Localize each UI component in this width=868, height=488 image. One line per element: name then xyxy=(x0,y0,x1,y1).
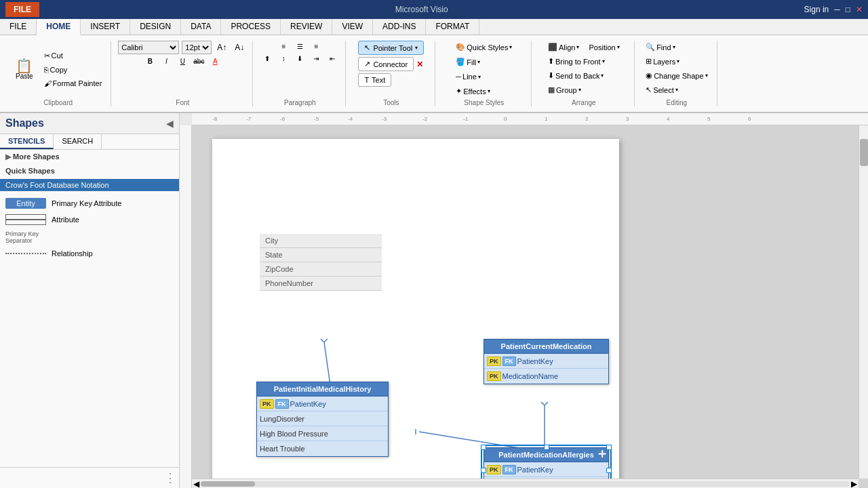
pk-badge: PK xyxy=(487,371,501,381)
align-left-button[interactable]: ≡ xyxy=(276,41,291,52)
selection-handle-mr[interactable] xyxy=(606,468,612,473)
ribbon-group-editing: 🔍 Find ▾ ⊞ Layers ▾ ◉ Change Shape ▾ ↖ S… xyxy=(636,41,717,106)
text-tool-button[interactable]: T Text xyxy=(358,73,391,87)
indent-button[interactable]: ⇥ xyxy=(309,53,323,64)
format-painter-icon: 🖌 xyxy=(44,79,52,87)
canvas-area[interactable]: -8 -7 -6 -5 -4 -3 -2 -1 0 1 2 3 4 5 6 xyxy=(180,113,868,488)
scroll-right-button[interactable]: ▶ xyxy=(851,479,857,489)
tab-home[interactable]: HOME xyxy=(37,19,81,35)
font-family-select[interactable]: Calibri xyxy=(118,41,179,54)
sidebar: Shapes ◀ STENCILS SEARCH ▶ More Shapes Q… xyxy=(0,113,180,488)
send-to-back-button[interactable]: ⬇ Send to Back ▾ xyxy=(545,69,607,82)
connector-button[interactable]: ↗ Connector xyxy=(358,57,414,71)
file-button[interactable]: FILE xyxy=(5,2,39,17)
sign-in[interactable]: Sign in xyxy=(804,5,829,14)
decrease-font-icon[interactable]: A↓ xyxy=(232,42,247,53)
bold-button[interactable]: B xyxy=(142,56,157,66)
close-icon[interactable]: ✕ xyxy=(856,5,863,14)
align-top-button[interactable]: ⬆ xyxy=(260,53,275,64)
paste-button[interactable]: 📋 Paste xyxy=(11,57,38,82)
position-button[interactable]: Position ▾ xyxy=(585,41,623,54)
tab-stencils[interactable]: STENCILS xyxy=(0,134,54,149)
patient-history-table[interactable]: PatientInitialMedicalHistory PK FK Patie… xyxy=(256,382,389,457)
main-area: Shapes ◀ STENCILS SEARCH ▶ More Shapes Q… xyxy=(0,113,868,488)
quick-shapes-section[interactable]: Quick Shapes xyxy=(0,164,179,178)
legend-relationship-row: Relationship xyxy=(5,249,174,258)
align-center-button[interactable]: ☰ xyxy=(292,41,307,52)
scroll-left-button[interactable]: ◀ xyxy=(193,479,199,489)
sidebar-scroll-down[interactable]: ⋮ xyxy=(164,470,176,485)
title-bar: FILE Microsoft Visio Sign in ─ □ ✕ xyxy=(0,0,868,19)
patient-history-body: PK FK PatientKey LungDisorder High Blood… xyxy=(256,396,389,457)
bring-to-front-button[interactable]: ⬆ Bring to Front ▾ xyxy=(545,55,608,68)
align-right-button[interactable]: ≡ xyxy=(309,41,323,52)
fill-button[interactable]: 🪣 Fill ▾ xyxy=(452,56,484,68)
pointer-tool-button[interactable]: ↖ Pointer Tool ▾ xyxy=(358,41,424,55)
connector-icon: ↗ xyxy=(364,60,370,68)
tab-addins[interactable]: ADD-INS xyxy=(373,19,426,35)
align-icon: ⬛ xyxy=(548,43,557,52)
align-bottom-button[interactable]: ⬇ xyxy=(292,53,307,64)
tab-file[interactable]: FILE xyxy=(0,19,37,35)
outdent-button[interactable]: ⇤ xyxy=(325,53,340,64)
scrollbar-horizontal[interactable]: ◀ ▶ xyxy=(192,479,859,488)
table-row: PK FK PatientKey xyxy=(484,462,608,477)
tab-design[interactable]: DESIGN xyxy=(130,19,181,35)
select-button[interactable]: ↖ Select ▾ xyxy=(642,83,682,96)
maximize-icon[interactable]: □ xyxy=(846,5,850,14)
selection-handle-tc[interactable] xyxy=(544,445,549,450)
state-field: State xyxy=(260,248,382,262)
canvas-content[interactable]: City State ZipCode PhoneNumber PatientIn… xyxy=(192,125,868,488)
line-button[interactable]: ─ Line ▾ xyxy=(452,70,484,83)
change-shape-icon: ◉ xyxy=(646,71,652,80)
strikethrough-button[interactable]: abc xyxy=(191,56,206,66)
quick-styles-button[interactable]: 🎨 Quick Styles ▾ xyxy=(452,41,515,54)
scroll-thumb[interactable] xyxy=(201,481,255,487)
layers-button[interactable]: ⊞ Layers ▾ xyxy=(642,55,683,68)
scrollbar-vertical[interactable] xyxy=(859,125,868,479)
selection-handle-tl[interactable] xyxy=(481,445,486,450)
increase-font-icon[interactable]: A↑ xyxy=(214,42,229,53)
minimize-icon[interactable]: ─ xyxy=(834,5,840,14)
tab-insert[interactable]: INSERT xyxy=(81,19,130,35)
city-field: City xyxy=(260,234,382,248)
fk-badge: FK xyxy=(502,465,516,474)
tab-view[interactable]: VIEW xyxy=(332,19,373,35)
group-button[interactable]: ▦ Group ▾ xyxy=(545,83,585,96)
address-table[interactable]: City State ZipCode PhoneNumber xyxy=(260,234,382,291)
fk-badge: FK xyxy=(275,399,289,409)
legend-entity-row: Entity Primary Key Attribute xyxy=(5,198,174,209)
scroll-thumb-vertical[interactable] xyxy=(860,139,868,166)
copy-button[interactable]: ⎘ Copy xyxy=(41,64,106,76)
tab-format[interactable]: FORMAT xyxy=(426,19,479,35)
find-button[interactable]: 🔍 Find ▾ xyxy=(642,41,678,54)
tab-search[interactable]: SEARCH xyxy=(54,134,102,149)
italic-button[interactable]: I xyxy=(159,56,174,66)
pk-separator-shape xyxy=(5,214,46,225)
cut-button[interactable]: ✂ Cut xyxy=(41,49,106,62)
tab-data[interactable]: DATA xyxy=(181,19,221,35)
ribbon-group-shape-styles: 🎨 Quick Styles ▾ 🪣 Fill ▾ ─ Line ▾ ✦ Eff… xyxy=(437,41,532,106)
tab-review[interactable]: REVIEW xyxy=(281,19,332,35)
align-button[interactable]: ⬛ Align ▾ xyxy=(545,41,583,54)
font-color-button[interactable]: A xyxy=(208,56,222,66)
tab-process[interactable]: PROCESS xyxy=(221,19,281,35)
sidebar-collapse-button[interactable]: ◀ xyxy=(166,118,174,129)
align-mid-button[interactable]: ↕ xyxy=(276,53,291,64)
page-canvas[interactable]: City State ZipCode PhoneNumber PatientIn… xyxy=(212,139,619,488)
pk-badge: PK xyxy=(487,465,501,474)
more-shapes-section[interactable]: ▶ More Shapes xyxy=(0,150,179,164)
selection-handle-ml[interactable] xyxy=(481,468,486,473)
underline-button[interactable]: U xyxy=(175,56,190,66)
change-shape-button[interactable]: ◉ Change Shape ▾ xyxy=(642,69,711,82)
format-painter-button[interactable]: 🖌 Format Painter xyxy=(41,77,106,89)
ribbon: 📋 Paste ✂ Cut ⎘ Copy 🖌 Format Painter xyxy=(0,35,868,113)
connector-close-button[interactable]: ✕ xyxy=(416,60,423,69)
ribbon-tabs: FILE HOME INSERT DESIGN DATA PROCESS REV… xyxy=(0,19,868,35)
patient-current-med-table[interactable]: PatientCurrentMedication PK FK PatientKe… xyxy=(484,339,609,384)
effects-button[interactable]: ✦ Effects ▾ xyxy=(452,85,493,98)
font-size-select[interactable]: 12pt xyxy=(182,41,212,54)
crows-foot-section[interactable]: Crow's Foot Database Notation xyxy=(0,179,179,191)
selection-handle-tr[interactable] xyxy=(606,445,612,450)
patient-current-med-header: PatientCurrentMedication xyxy=(484,339,609,354)
